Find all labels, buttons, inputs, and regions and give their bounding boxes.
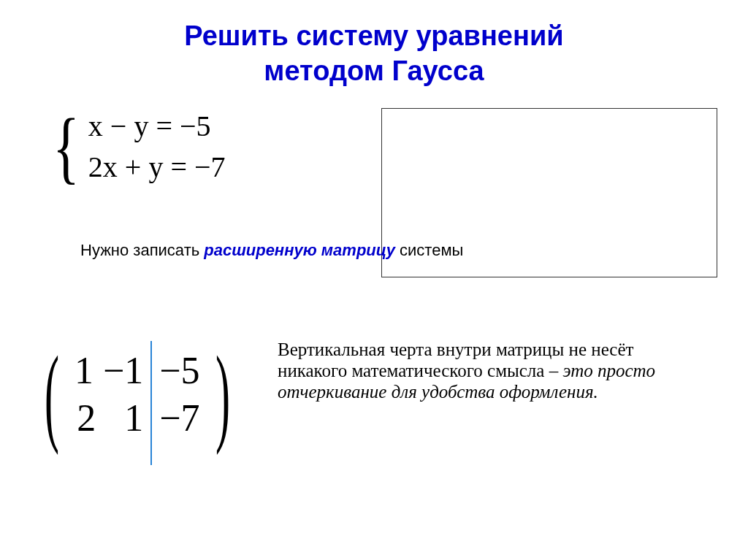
augmented-matrix: ( 1 −1 2 1 −5 −7 ) (34, 332, 241, 456)
brace-icon: { (53, 118, 80, 176)
title-line-1: Решить систему уравнений (184, 20, 563, 51)
left-paren-icon: ( (45, 358, 59, 431)
title-line-2: методом Гаусса (264, 55, 484, 86)
matrix-body: 1 −1 2 1 −5 −7 (70, 332, 205, 456)
explain1-emphasis: расширенную матрицу (204, 241, 395, 259)
matrix-row-2-right: −7 (159, 394, 199, 442)
m-r2c2: 1 (124, 397, 143, 439)
equation-lines: x − y = −5 2x + y = −7 (88, 106, 226, 188)
matrix-row-1-left: 1 −1 (75, 347, 143, 394)
explain1-post: системы (395, 241, 463, 259)
matrix-row-2-left: 2 1 (75, 394, 143, 442)
m-r1c1: 1 (75, 350, 94, 391)
explanation-1: Нужно записать расширенную матрицу систе… (80, 241, 463, 260)
explanation-2: Вертикальная черта внутри матрицы не нес… (278, 340, 701, 402)
m-r1c3: −5 (159, 350, 199, 391)
m-r2c3: −7 (159, 397, 199, 439)
equation-1: x − y = −5 (88, 106, 226, 147)
equation-2: 2x + y = −7 (88, 147, 226, 188)
right-paren-icon: ) (215, 358, 230, 431)
slide-title: Решить систему уравнений методом Гаусса (0, 0, 748, 88)
explain1-pre: Нужно записать (80, 241, 204, 259)
matrix-coeff-part: 1 −1 2 1 (70, 347, 148, 442)
m-r1c2: −1 (103, 350, 143, 391)
matrix-vertical-line (150, 341, 152, 465)
m-r2c1: 2 (77, 397, 96, 439)
matrix-augment-part: −5 −7 (155, 347, 204, 442)
matrix-row-1-right: −5 (159, 347, 199, 394)
equation-system: { x − y = −5 2x + y = −7 (47, 106, 226, 188)
